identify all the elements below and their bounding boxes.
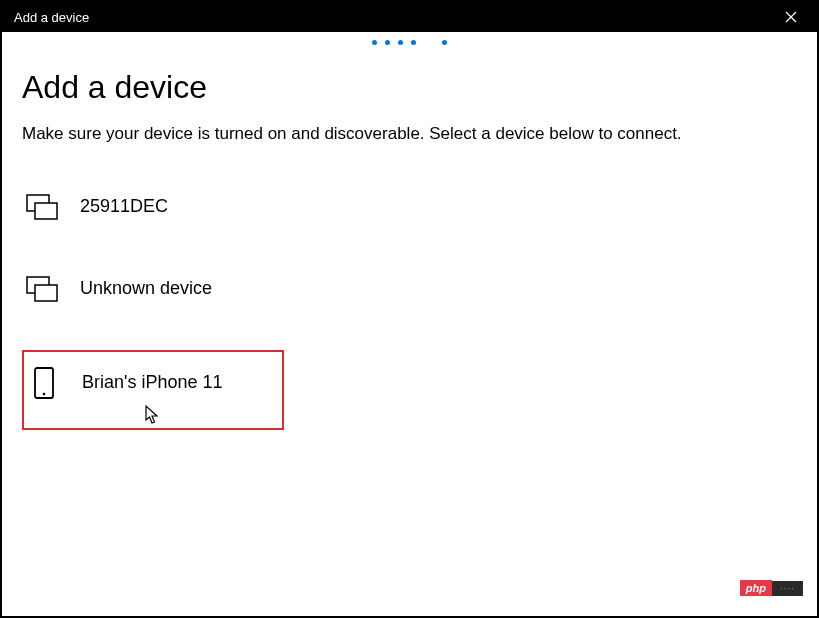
device-item[interactable]: 25911DEC [22, 186, 797, 228]
watermark: php ···· [740, 580, 803, 596]
svg-rect-5 [35, 285, 57, 301]
page-subtext: Make sure your device is turned on and d… [22, 122, 742, 146]
dot-icon [411, 40, 416, 45]
dot-icon [442, 40, 447, 45]
cursor-icon [144, 404, 162, 430]
dot-icon [372, 40, 377, 45]
device-name-label: 25911DEC [80, 196, 168, 217]
watermark-left: php [740, 580, 772, 596]
window-title: Add a device [14, 10, 89, 25]
phone-icon [28, 370, 60, 396]
displays-icon [26, 276, 58, 302]
titlebar: Add a device [2, 2, 817, 32]
dialog-content: Add a device Make sure your device is tu… [2, 45, 817, 430]
progress-indicator [2, 32, 817, 45]
device-item-selected[interactable]: Brian's iPhone 11 [22, 350, 284, 430]
close-icon [785, 11, 797, 23]
page-heading: Add a device [22, 69, 797, 106]
device-name-label: Brian's iPhone 11 [82, 372, 223, 393]
watermark-right: ···· [772, 581, 803, 596]
svg-rect-3 [35, 203, 57, 219]
dot-icon [398, 40, 403, 45]
dot-icon [385, 40, 390, 45]
device-item[interactable]: Unknown device [22, 268, 797, 310]
displays-icon [26, 194, 58, 220]
close-button[interactable] [777, 7, 805, 27]
svg-point-7 [43, 392, 46, 395]
device-name-label: Unknown device [80, 278, 212, 299]
device-list: 25911DEC Unknown device [22, 186, 797, 430]
